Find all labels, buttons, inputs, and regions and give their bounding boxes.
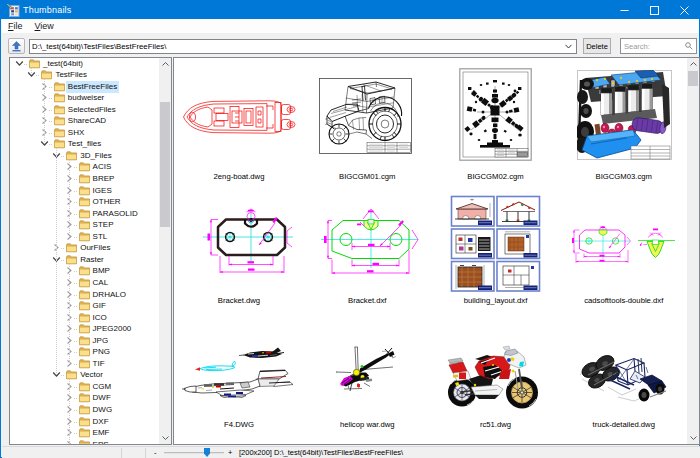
tree-item-JPEG2000[interactable]: JPEG2000: [10, 323, 159, 335]
tree-item-PNG[interactable]: PNG: [10, 346, 159, 358]
tree-item-label: JPG: [91, 335, 111, 347]
tree-connector: [74, 433, 78, 434]
tree-item-BMP[interactable]: BMP: [10, 265, 159, 277]
tree-item-DRHALO[interactable]: DRHALO: [10, 289, 159, 301]
tree-item-ShareCAD[interactable]: ShareCAD: [10, 115, 159, 127]
tree-connector: [74, 225, 78, 226]
zoom-out-label[interactable]: -: [154, 448, 157, 457]
main-scroll-down-icon[interactable]: [687, 432, 699, 444]
thumbnail-image-f4[interactable]: [182, 342, 294, 398]
tree-item-SelectedFiles[interactable]: SelectedFiles: [10, 104, 159, 116]
tree-item-BestFreeFiles[interactable]: BestFreeFiles: [10, 81, 159, 93]
address-bar[interactable]: [29, 39, 577, 54]
folder-icon: [79, 417, 90, 427]
tree-item-IGES[interactable]: IGES: [10, 185, 159, 197]
statusbar-path: D:\_test(64bit)\TestFiles\BestFreeFiles\: [274, 448, 403, 457]
thumbnail-image-helicopter[interactable]: [336, 345, 398, 393]
tree-connector: [49, 133, 53, 134]
tree-item-label: BMP: [91, 265, 112, 277]
tree-item-Test_files[interactable]: Test_files: [10, 138, 159, 150]
tree-item-ACIS[interactable]: ACIS: [10, 161, 159, 173]
thumbnail-image-truck[interactable]: [578, 353, 669, 405]
folder-icon: [54, 116, 65, 126]
main-scroll-up-icon[interactable]: [687, 58, 699, 70]
chevron-expanded-icon[interactable]: [15, 59, 24, 68]
address-dropdown-button[interactable]: [562, 41, 575, 52]
menu-file[interactable]: File: [2, 19, 29, 33]
thumbnail-caption: Bracket.dxf: [303, 296, 431, 305]
thumbnail-image-rc51[interactable]: [445, 345, 543, 413]
main-scrollbar-thumb[interactable]: [688, 71, 698, 86]
tree-item-budweiser[interactable]: budweiser: [10, 92, 159, 104]
tree-item-label: TestFiles: [53, 69, 89, 81]
main-scrollbar[interactable]: [687, 58, 699, 444]
menu-view[interactable]: View: [29, 19, 60, 33]
close-button[interactable]: [669, 1, 699, 19]
folder-icon: [79, 232, 90, 242]
tree-item-label: DWG: [91, 404, 115, 416]
folder-icon: [79, 393, 90, 403]
tree-item-EMF[interactable]: EMF: [10, 427, 159, 439]
tree-item-GIF[interactable]: GIF: [10, 300, 159, 312]
thumbnail-image-bracket-dwg[interactable]: [203, 207, 293, 282]
title-bar[interactable]: Thumbnails: [1, 1, 699, 19]
folder-icon: [79, 382, 90, 392]
tree-item-label: EPS: [91, 439, 111, 444]
tree-item-PARASOLID[interactable]: PARASOLID: [10, 208, 159, 220]
tree-item-DXF[interactable]: DXF: [10, 416, 159, 428]
tree-item-OTHER[interactable]: OTHER: [10, 196, 159, 208]
folder-icon: [79, 359, 90, 369]
tree-connector: [49, 121, 53, 122]
tree-item-EPS[interactable]: EPS: [10, 439, 159, 444]
thumbnail-image-bracket-dxf[interactable]: [319, 205, 420, 282]
tree-item-label: CAL: [91, 277, 111, 289]
tree-item-3D_Files[interactable]: 3D_Files: [10, 150, 159, 162]
search-box[interactable]: [620, 38, 697, 54]
tree-connector: [74, 387, 78, 388]
address-input[interactable]: [32, 40, 562, 53]
tree-connector: [74, 295, 78, 296]
tree-scrollbar-thumb[interactable]: [160, 102, 170, 227]
tree-scroll-up-icon[interactable]: [159, 58, 171, 70]
tree-item-SHX[interactable]: SHX: [10, 127, 159, 139]
zoom-in-label[interactable]: +: [228, 448, 232, 457]
minimize-button[interactable]: [609, 1, 639, 19]
thumbnail-image-cadsofttools-double[interactable]: [572, 226, 696, 270]
thumbnail-image-bigcgm02[interactable]: [459, 68, 532, 161]
tree-connector: [74, 237, 78, 238]
tree-item-JPG[interactable]: JPG: [10, 335, 159, 347]
tree-item-ICO[interactable]: ICO: [10, 312, 159, 324]
thumbnail-caption: BIGCGM01.cgm: [303, 172, 431, 181]
delete-button[interactable]: Delete: [583, 38, 611, 54]
tree-item-TIF[interactable]: TIF: [10, 358, 159, 370]
up-folder-button[interactable]: [8, 38, 25, 54]
tree-item-Vector[interactable]: Vector: [10, 369, 159, 381]
thumbnail-size-slider-track[interactable]: [164, 452, 224, 454]
thumbnail-size-slider-thumb[interactable]: [204, 448, 210, 457]
tree-connector: [61, 375, 65, 376]
tree-item-STEP[interactable]: STEP: [10, 219, 159, 231]
tree-scroll-down-icon[interactable]: [159, 432, 171, 444]
folder-icon: [79, 174, 90, 184]
tree-item-DWG[interactable]: DWG: [10, 404, 159, 416]
maximize-button[interactable]: [639, 1, 669, 19]
tree-item-CAL[interactable]: CAL: [10, 277, 159, 289]
tree-item-label: STEP: [91, 219, 116, 231]
thumbnail-image-bigcgm03[interactable]: [577, 70, 672, 160]
tree-item-label: TIF: [91, 358, 107, 370]
thumbnail-image-2eng-boat[interactable]: [182, 98, 298, 136]
tree-item-OurFiles[interactable]: OurFiles: [10, 242, 159, 254]
tree-item-DWF[interactable]: DWF: [10, 392, 159, 404]
tree-item-BREP[interactable]: BREP: [10, 173, 159, 185]
tree-item-Raster[interactable]: Raster: [10, 254, 159, 266]
tree-item-CGM[interactable]: CGM: [10, 381, 159, 393]
app-window: Thumbnails File View: [0, 0, 700, 458]
thumbnail-image-building-layout[interactable]: [450, 195, 541, 293]
folder-icon: [79, 266, 90, 276]
search-input[interactable]: [624, 40, 684, 52]
tree-item-label: SelectedFiles: [66, 104, 118, 116]
folder-icon: [79, 428, 90, 438]
tree-item-STL[interactable]: STL: [10, 231, 159, 243]
thumbnail-image-bigcgm01[interactable]: [319, 78, 412, 154]
tree-scrollbar[interactable]: [159, 58, 171, 444]
